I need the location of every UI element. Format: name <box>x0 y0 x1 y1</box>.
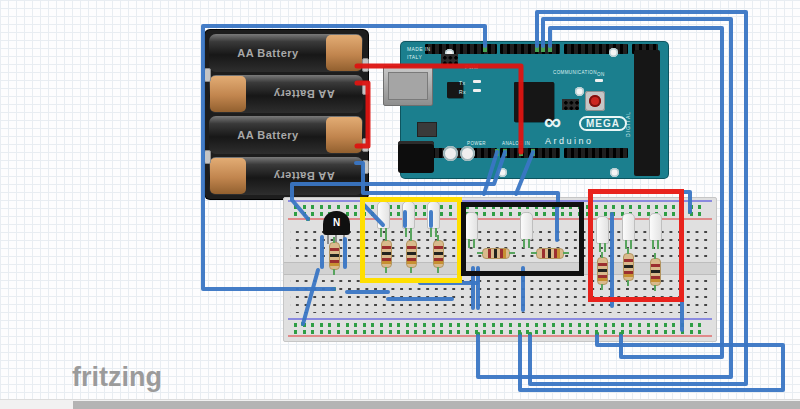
reset-button[interactable] <box>585 91 605 111</box>
battery-terminal-cap <box>326 35 362 71</box>
battery-cell[interactable]: AA Battery <box>209 34 363 72</box>
fritzing-breadboard-canvas[interactable]: AA Battery AA Battery AA Battery AA Batt… <box>0 0 800 409</box>
connection-dot <box>595 332 599 336</box>
highlight-box-yellow[interactable] <box>360 197 462 283</box>
on-led <box>595 79 603 82</box>
capacitor <box>460 146 475 161</box>
mounting-hole <box>498 168 507 177</box>
made-in-label: MADE IN <box>407 46 431 52</box>
battery-cell[interactable]: AA Battery <box>209 75 363 113</box>
connected-pin[interactable] <box>519 149 523 156</box>
pin-header-bottom[interactable] <box>564 148 628 158</box>
usb-connector <box>383 66 433 106</box>
battery-terminal-cap <box>210 158 246 194</box>
power-rail-holes[interactable] <box>294 323 706 327</box>
transistor-leg <box>327 235 329 244</box>
battery-contact <box>362 160 369 174</box>
connection-dot <box>619 332 623 336</box>
connection-dot <box>301 322 305 326</box>
highlight-box-red[interactable] <box>588 189 684 302</box>
battery-contact <box>204 150 211 164</box>
transistor-label: N <box>333 217 340 228</box>
connected-pin[interactable] <box>503 149 507 156</box>
battery-label: AA Battery <box>209 47 327 59</box>
rx-led <box>473 89 481 92</box>
tx-led <box>473 80 481 83</box>
connected-pin[interactable] <box>483 45 487 52</box>
battery-terminal-cap <box>210 76 246 112</box>
icsp-header <box>562 99 579 110</box>
mounting-hole <box>610 168 619 177</box>
scrollbar-thumb[interactable] <box>73 401 800 409</box>
battery-label: AA Battery <box>209 129 327 141</box>
resistor[interactable] <box>329 242 340 270</box>
battery-contact <box>204 68 211 82</box>
connection-dot <box>476 332 480 336</box>
connected-pin[interactable] <box>541 45 545 52</box>
capacitor <box>443 146 458 161</box>
pin-header-top[interactable] <box>564 44 628 54</box>
connected-pin[interactable] <box>531 149 535 156</box>
digital-label: DIGITAL <box>625 111 631 137</box>
battery-contact <box>362 58 369 72</box>
battery-terminal-cap <box>326 117 362 153</box>
connected-pin[interactable] <box>548 45 552 52</box>
voltage-regulator <box>417 122 437 137</box>
pwm-label: PWM <box>465 64 478 70</box>
on-label: ON <box>597 72 605 77</box>
connection-dot <box>332 287 336 291</box>
icsp-header <box>441 54 458 65</box>
communication-label: COMMUNICATION <box>553 70 597 75</box>
power-jack <box>398 141 434 173</box>
arduino-brand-label: Arduino <box>545 136 594 146</box>
battery-contact <box>362 81 369 95</box>
connection-dot <box>306 217 310 221</box>
mounting-hole <box>575 87 584 96</box>
rail-blue-line <box>288 318 712 320</box>
power-label: POWER <box>467 141 486 146</box>
battery-label: AA Battery <box>245 88 363 100</box>
transistor-leg <box>343 235 345 244</box>
italy-label: ITALY <box>407 54 422 60</box>
fritzing-watermark: fritzing <box>72 362 162 393</box>
tx-label: Tx <box>459 80 465 86</box>
arduino-infinity-logo: ∞ <box>544 112 561 132</box>
connection-dot <box>688 210 692 214</box>
highlight-box-black[interactable] <box>461 202 584 276</box>
transistor-to92[interactable]: N <box>323 211 350 235</box>
wire-blue[interactable] <box>520 336 783 390</box>
horizontal-scrollbar[interactable] <box>0 399 800 409</box>
power-rail-holes[interactable] <box>294 330 706 334</box>
connected-pin[interactable] <box>535 45 539 52</box>
connected-pin[interactable] <box>495 149 499 156</box>
mega-badge: MEGA <box>579 116 627 131</box>
analog-in-label: ANALOG IN <box>502 141 530 146</box>
battery-cell[interactable]: AA Battery <box>209 116 363 154</box>
rx-label: Rx <box>459 89 466 95</box>
mounting-hole <box>609 48 618 57</box>
connection-dot <box>528 332 532 336</box>
pin-header-digital-double[interactable] <box>634 50 660 176</box>
battery-cell[interactable]: AA Battery <box>209 157 363 195</box>
battery-label: AA Battery <box>245 170 363 182</box>
rail-red-line <box>288 335 712 337</box>
battery-holder-4xaa[interactable]: AA Battery AA Battery AA Battery AA Batt… <box>205 30 368 199</box>
pin-header-analog[interactable] <box>500 148 560 158</box>
battery-contact <box>362 138 369 152</box>
connection-dot <box>518 332 522 336</box>
arduino-mega-board[interactable]: MADE IN ITALY PWM Tx Rx COMMUNICATION ON… <box>401 42 668 178</box>
